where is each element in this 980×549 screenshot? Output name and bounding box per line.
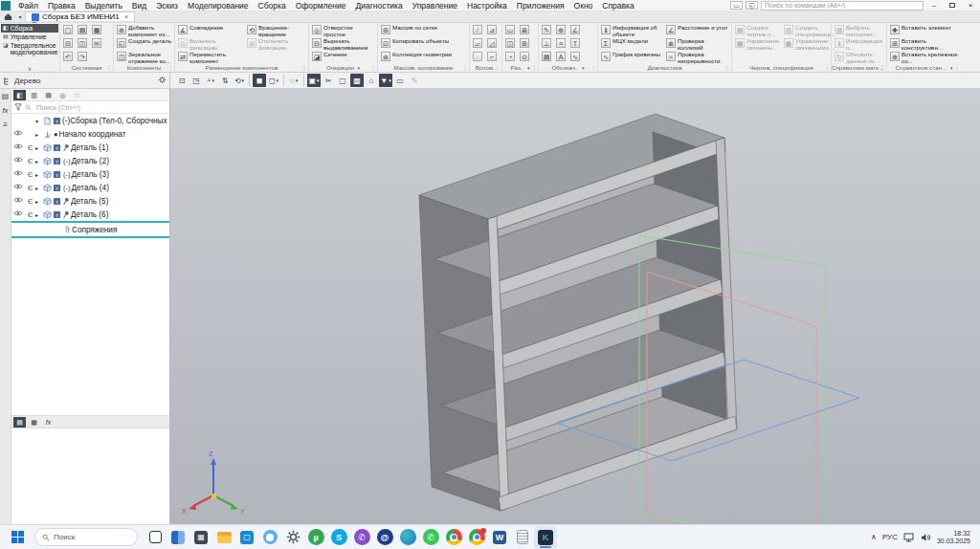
tree-order-button[interactable]: ▤ xyxy=(42,90,55,100)
clock[interactable]: 18:32 30.03.2025 xyxy=(937,530,970,545)
menu-item-view[interactable]: Вид xyxy=(127,1,151,11)
rail-panel-layers-icon[interactable]: ▤ xyxy=(2,92,10,100)
ribbon-icon-button[interactable]: ⊞ xyxy=(520,38,529,48)
tree-item-mates[interactable]: Сопряжения xyxy=(11,223,169,236)
view-tool-section-view[interactable]: ✂ xyxy=(322,74,335,87)
ribbon-icon-button[interactable]: ▤ xyxy=(542,52,551,61)
eye-icon[interactable] xyxy=(11,183,25,192)
taskbar-icon-calculator[interactable]: ▦ xyxy=(189,526,212,549)
ribbon-icon-button[interactable]: ∕ xyxy=(473,25,482,34)
view-tool-wireframe-zones[interactable]: ▩ xyxy=(350,74,364,87)
taskbar-icon-chrome-beta[interactable] xyxy=(465,526,488,549)
ribbon-item[interactable]: ∿График кривизны xyxy=(601,52,662,64)
speaker-icon[interactable] xyxy=(921,533,931,542)
rail-panel-variables-icon[interactable]: fx xyxy=(2,106,8,115)
screen-mode-icon[interactable]: ◱ xyxy=(746,1,758,10)
filter-icon[interactable] xyxy=(14,103,22,111)
taskbar-icon-skype[interactable]: S xyxy=(327,526,350,549)
ribbon-icon-button[interactable]: ≡ xyxy=(556,38,566,48)
eye-icon[interactable] xyxy=(11,143,25,152)
ribbon-item[interactable]: ◎Отверстие простое xyxy=(312,25,375,37)
expander-icon[interactable]: ▸ xyxy=(35,185,43,191)
ribbon-icon-button[interactable]: ▱ xyxy=(473,38,482,48)
ribbon-item[interactable]: ⇄Переместить компонент xyxy=(178,52,243,64)
ribbon-item[interactable]: ΣМЦХ модели xyxy=(601,38,662,51)
expander-icon[interactable]: ▸ xyxy=(35,144,43,151)
taskbar-icon-photos[interactable] xyxy=(258,526,281,549)
tree-structure-button[interactable]: ◧ xyxy=(13,90,26,100)
app-icon[interactable] xyxy=(1,1,11,11)
ribbon-icon-button[interactable]: ◫ xyxy=(78,38,87,48)
ribbon-icon-button[interactable]: ⊿ xyxy=(487,25,497,34)
dialog-launcher-icon[interactable]: ⋮ xyxy=(531,64,537,71)
eye-icon[interactable] xyxy=(11,129,25,139)
ribbon-item[interactable]: ⊕Вставить крепежное со... xyxy=(890,52,959,64)
ribbon-icon-button[interactable]: ◔ xyxy=(505,52,515,61)
gear-icon[interactable] xyxy=(158,76,167,86)
ribbon-icon-button[interactable]: ∿ xyxy=(570,52,580,61)
view-tool-hide-objects[interactable]: ◌▾ xyxy=(287,74,301,87)
view-tool-pan[interactable]: ⇅ xyxy=(218,74,232,87)
view-tool-zoom[interactable]: ⌕▾ xyxy=(204,74,217,87)
ribbon-item[interactable]: ∠Расстояние и угол xyxy=(666,25,729,37)
tab-tree-button[interactable]: ▤ xyxy=(13,417,26,428)
ribbon-item[interactable]: ∡Совпадение xyxy=(178,25,243,37)
menu-item-sketch[interactable]: Эскиз xyxy=(151,1,183,11)
dialog-launcher-icon[interactable]: ⋮ xyxy=(880,64,885,71)
tree-composition-button[interactable]: ▥ xyxy=(28,90,40,100)
menu-item-edit[interactable]: Правка xyxy=(43,1,80,11)
dialog-launcher-icon[interactable]: ⋮ xyxy=(954,64,960,71)
ribbon-tab-solid-modeling[interactable]: ◪Твердотельное моделирование xyxy=(1,41,58,56)
eye-icon[interactable] xyxy=(11,169,25,179)
taskbar-icon-task-view[interactable] xyxy=(144,526,167,549)
taskbar-icon-kompas[interactable]: K xyxy=(534,526,557,549)
taskbar-icon-chrome[interactable] xyxy=(442,526,465,549)
dialog-launcher-icon[interactable]: ⋮ xyxy=(590,64,596,71)
taskbar-icon-edge[interactable] xyxy=(396,526,419,549)
dialog-launcher-icon[interactable]: ⋮ xyxy=(495,64,501,71)
view-tool-display-mode[interactable]: ◻▾ xyxy=(267,74,280,87)
menu-item-select[interactable]: Выделить xyxy=(80,1,127,11)
tab-parameters-button[interactable]: ▦ xyxy=(28,417,40,428)
view-tool-orientation-corner[interactable]: ◳ xyxy=(189,74,203,87)
dialog-launcher-icon[interactable]: ⋮ xyxy=(106,64,112,71)
ribbon-item[interactable]: ⊡Копировать объекты xyxy=(381,38,467,51)
ribbon-item[interactable]: ✚Вставить элемент xyxy=(890,25,959,37)
menu-item-annotation[interactable]: Оформление xyxy=(291,1,351,11)
ribbon-tab-assembly[interactable]: ◧Сборка xyxy=(1,24,58,33)
ribbon-icon-button[interactable]: ⌐ xyxy=(487,52,497,61)
menu-item-diagnostics[interactable]: Диагностика xyxy=(350,1,407,11)
command-search-input[interactable] xyxy=(761,1,924,11)
expander-icon[interactable]: ▸ xyxy=(35,171,43,178)
taskbar-icon-viber[interactable]: ✆ xyxy=(350,526,373,549)
tree-relations-button[interactable]: ◎ xyxy=(56,90,69,100)
ribbon-item[interactable]: ◱Создать деталь xyxy=(117,38,172,51)
ribbon-icon-button[interactable]: ∙ xyxy=(473,52,482,61)
ribbon-item[interactable]: ⊗Проверка коллизий xyxy=(666,38,729,51)
taskbar-icon-notes[interactable] xyxy=(511,526,534,549)
ribbon-item[interactable]: ◫Зеркальное отражение ко... xyxy=(117,52,172,64)
ribbon-icon-button[interactable]: ∠ xyxy=(570,25,580,34)
ribbon-icon-button[interactable]: A xyxy=(556,52,566,61)
menu-item-window[interactable]: Окно xyxy=(569,1,598,11)
tree-item-part-3[interactable]: Є▸т(-)Деталь (3) xyxy=(11,167,169,181)
expander-icon[interactable]: ▸ xyxy=(35,158,43,165)
minimize-button[interactable]: – xyxy=(926,1,942,10)
menu-item-help[interactable]: Справка xyxy=(597,1,638,11)
tree-item-part-1[interactable]: Є▸тДеталь (1) xyxy=(11,141,169,154)
expander-icon[interactable]: ▾ xyxy=(35,118,43,124)
taskbar-icon-whatsapp[interactable]: ✆ xyxy=(419,526,442,549)
taskbar-icon-widgets[interactable] xyxy=(167,526,189,549)
dialog-launcher-icon[interactable]: ⋮ xyxy=(370,64,376,71)
ribbon-collapse-icon[interactable]: ∨ xyxy=(0,65,59,72)
taskbar-icon-store[interactable]: ▢ xyxy=(235,526,258,549)
expander-icon[interactable]: ▸ xyxy=(35,211,43,218)
menu-item-file[interactable]: Файл xyxy=(13,1,43,11)
ribbon-icon-button[interactable]: ⊙ xyxy=(520,52,529,61)
ribbon-item[interactable]: ⊞Массив по сетке xyxy=(381,25,467,37)
view-tool-filter[interactable]: ▼▾ xyxy=(379,74,392,87)
taskbar-icon-word[interactable]: W xyxy=(488,526,511,549)
dialog-launcher-icon[interactable]: ⋮ xyxy=(724,64,730,71)
doc-tab-assembly-doc[interactable]: Сборка БЕЗ ИМЕНИ1× xyxy=(25,11,135,21)
ribbon-icon-button[interactable]: ⊕ xyxy=(556,25,566,34)
